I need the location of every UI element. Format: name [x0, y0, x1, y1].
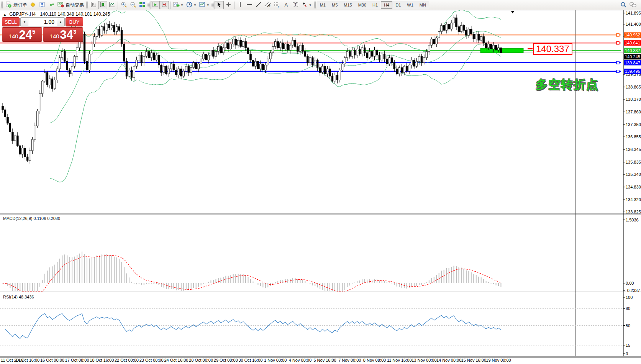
vertical-line-button[interactable] [236, 1, 245, 9]
sell-price-button[interactable]: 140 24 5 [2, 27, 42, 42]
tf-h1-button[interactable]: H1 [369, 1, 381, 9]
toolbar-grip[interactable] [211, 2, 214, 8]
signals-icon [48, 1, 55, 9]
periods-button[interactable]: ▼ [185, 1, 198, 9]
svg-text:23 Oct 08:00: 23 Oct 08:00 [139, 358, 164, 362]
new-order-icon [5, 1, 12, 9]
svg-text:14 Oct 16:00: 14 Oct 16:00 [15, 358, 39, 362]
search-icon [620, 1, 627, 9]
svg-text:133.825: 133.825 [626, 210, 641, 214]
time-axis[interactable]: 11 Oct 201914 Oct 16:0016 Oct 00:0017 Oc… [1, 358, 511, 362]
svg-text:139.847: 139.847 [625, 61, 640, 65]
price-axis[interactable]: 141.895141.400140.890139.375138.865138.3… [623, 11, 641, 356]
svg-text:E: E [269, 5, 270, 8]
tf-d1-button[interactable]: D1 [392, 1, 404, 9]
signals-button[interactable] [47, 1, 56, 9]
macd-label: MACD(12,26,9) 0.1106 0.2080 [3, 216, 60, 221]
equidistant-channel-button[interactable]: E [263, 1, 272, 9]
equidistant-channel-icon: E [264, 1, 271, 9]
svg-text:141.895: 141.895 [626, 11, 641, 15]
arrows-button[interactable]: ▼ [300, 1, 313, 9]
auto-trading-label: 自动交易 [66, 2, 84, 8]
tile-windows-button[interactable] [138, 1, 147, 9]
auto-scroll-icon [152, 1, 159, 9]
tf-m5-button[interactable]: M5 [329, 1, 341, 9]
toolbar-grip[interactable] [314, 2, 316, 8]
add-indicator-button[interactable]: ▼ [172, 1, 185, 9]
svg-text:136.345: 136.345 [626, 147, 641, 152]
chart-window-button[interactable] [28, 1, 38, 9]
volume-decrease-button[interactable]: ▼ [21, 18, 28, 26]
svg-text:14 Nov 08:00: 14 Nov 08:00 [436, 358, 461, 362]
trendline-button[interactable] [254, 1, 263, 9]
svg-text:139.495: 139.495 [625, 69, 640, 74]
line-chart-type-button[interactable] [107, 1, 116, 9]
tf-w1-button[interactable]: W1 [404, 1, 416, 9]
collapse-panel-icon[interactable]: ▲ [3, 13, 7, 16]
periods-clock-icon [186, 1, 193, 9]
expert-advisors-button[interactable] [38, 1, 47, 9]
rsi-label: RSI(14) 48.3436 [3, 295, 34, 299]
chart-shift-button[interactable] [160, 1, 169, 9]
chart-shift-icon [161, 1, 168, 9]
zoom-out-button[interactable] [128, 1, 138, 9]
buy-price-button[interactable]: 140 34 3 [43, 27, 83, 42]
svg-text:-0.2337: -0.2337 [626, 288, 640, 293]
new-order-button[interactable]: 新订单 [4, 1, 28, 9]
tile-windows-icon [139, 1, 146, 9]
chat-button[interactable] [628, 1, 638, 9]
toolbar-grip[interactable] [148, 2, 150, 8]
auto-scroll-button[interactable] [151, 1, 160, 9]
svg-text:5 Nov 16:00: 5 Nov 16:00 [313, 358, 336, 362]
candlestick-chart-type-button[interactable] [98, 1, 107, 9]
price-tag-label[interactable]: 140.337 [533, 43, 572, 55]
vertical-line-icon [237, 1, 244, 9]
text-label-icon: T [292, 1, 299, 9]
chart-window-icon [30, 1, 36, 9]
cursor-button[interactable] [215, 1, 224, 9]
tf-m30-button[interactable]: M30 [355, 1, 369, 9]
search-button[interactable] [619, 1, 628, 9]
svg-text:13 Nov 00:00: 13 Nov 00:00 [411, 358, 436, 362]
expert-advisors-icon [39, 1, 46, 9]
arrows-icon [301, 1, 308, 9]
volume-input[interactable] [28, 18, 57, 26]
text-label-button[interactable]: T [291, 1, 300, 9]
ohlc-values: 140.110 140.348 140.101 140.245 [40, 11, 110, 17]
toolbar-grip[interactable] [86, 2, 88, 8]
sell-price-big: 24 [19, 29, 32, 41]
templates-icon [199, 1, 206, 9]
bar-chart-type-icon [90, 1, 97, 9]
tf-mn-button[interactable]: MN [416, 1, 429, 9]
volume-increase-button[interactable]: ▲ [57, 18, 64, 26]
new-order-label: 新订单 [13, 2, 27, 8]
zoom-in-button[interactable] [119, 1, 128, 9]
chart-markers [511, 11, 514, 13]
tf-m15-button[interactable]: M15 [341, 1, 355, 9]
chart-annotation[interactable]: 多空转折点 [536, 77, 599, 93]
auto-trading-button[interactable]: 自动交易 [56, 1, 85, 9]
templates-button[interactable]: ▼ [198, 1, 211, 9]
svg-text:0.00: 0.00 [626, 281, 634, 285]
line-chart-type-icon [108, 1, 115, 9]
toolbar: 新订单 自动交易 [0, 0, 641, 10]
fibonacci-button[interactable]: F [272, 1, 282, 9]
toolbar-grip[interactable] [1, 2, 3, 8]
sell-button[interactable]: SELL [2, 17, 20, 26]
svg-text:19 Nov 00:00: 19 Nov 00:00 [486, 358, 511, 362]
toolbar-separator [118, 2, 118, 9]
bar-chart-type-button[interactable] [89, 1, 98, 9]
text-button[interactable]: A [282, 1, 291, 9]
svg-text:28 Oct 00:00: 28 Oct 00:00 [189, 358, 213, 362]
tf-h4-button[interactable]: H4 [381, 1, 392, 9]
horizontal-line-button[interactable] [245, 1, 254, 9]
svg-text:30 Oct 16:00: 30 Oct 16:00 [239, 358, 263, 362]
tf-m1-button[interactable]: M1 [317, 1, 329, 9]
buy-button[interactable]: BUY [66, 17, 83, 26]
svg-text:15 Nov 16:00: 15 Nov 16:00 [461, 358, 486, 362]
svg-text:140.337: 140.337 [625, 48, 640, 53]
svg-text:16 Oct 00:00: 16 Oct 00:00 [40, 358, 64, 362]
svg-text:134.320: 134.320 [626, 197, 641, 202]
crosshair-button[interactable] [224, 1, 233, 9]
svg-text:22 Oct 00:00: 22 Oct 00:00 [115, 358, 139, 362]
